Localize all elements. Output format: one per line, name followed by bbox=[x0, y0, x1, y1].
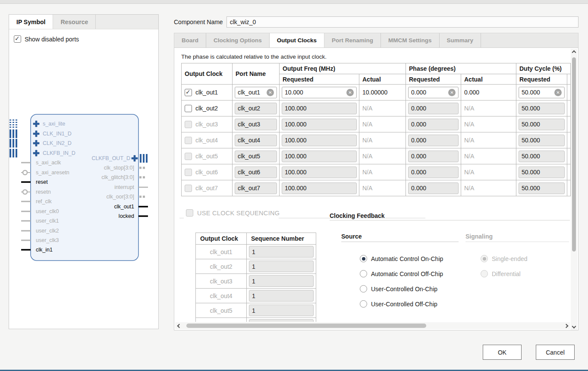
col-header-duty-cycle: Duty Cycle (%) bbox=[516, 63, 571, 74]
tab-output-clocks[interactable]: Output Clocks bbox=[270, 33, 324, 47]
clock-label: clk_out7 bbox=[195, 185, 218, 192]
phase-actual-value: N/A bbox=[461, 137, 516, 144]
port-label-s_axi_aresetn: s_axi_aresetn bbox=[36, 170, 69, 176]
port-label-CLKFB_IN_D: CLKFB_IN_D bbox=[43, 150, 75, 156]
enable-checkbox-clk_out1[interactable] bbox=[185, 89, 192, 96]
config-tab-strip: BoardClocking OptionsOutput ClocksPort R… bbox=[174, 33, 579, 47]
seq-col-header-output-clock: Output Clock bbox=[196, 233, 247, 245]
port-label-clk_in1: clk_in1 bbox=[36, 247, 53, 253]
scroll-up-button[interactable] bbox=[571, 49, 577, 55]
port-name-field-clk_out5: clk_out5 bbox=[235, 151, 277, 162]
radio-option-user-controlled-off-chip[interactable]: User-Controlled Off-Chip bbox=[360, 300, 437, 308]
component-name-input[interactable]: clk_wiz_0 bbox=[226, 16, 579, 28]
port-label-locked: locked bbox=[119, 213, 134, 219]
phase-actual-value: N/A bbox=[461, 185, 516, 192]
scroll-down-button[interactable] bbox=[571, 324, 577, 330]
phase-requested-field-clk_out2: 0.000 bbox=[408, 103, 459, 114]
sequence-number-field bbox=[249, 319, 314, 322]
freq-requested-field-clk_out4-value: 100.000 bbox=[285, 137, 307, 144]
table-row: clk_out5clk_out5100.000N/A0.000N/A50.000 bbox=[182, 148, 571, 164]
sequence-number-value: 1 bbox=[252, 278, 255, 285]
show-disabled-ports-checkbox[interactable] bbox=[14, 35, 21, 43]
ok-button[interactable]: OK bbox=[483, 345, 522, 360]
port-label-user_clk3: user_clk3 bbox=[36, 237, 59, 243]
port-label-user_clk1: user_clk1 bbox=[36, 218, 59, 224]
sequence-row: clk_out11 bbox=[196, 245, 316, 259]
duty-requested-field-clk_out5-value: 50.000 bbox=[522, 153, 540, 160]
phase-actual-value: N/A bbox=[461, 153, 516, 160]
freq-requested-field-clk_out6: 100.000 bbox=[282, 167, 357, 178]
clock-label: clk_out5 bbox=[195, 153, 218, 160]
radio-option-automatic-control-off-chip[interactable]: Automatic Control Off-Chip bbox=[360, 270, 443, 277]
tab-port-renaming[interactable]: Port Renaming bbox=[324, 33, 381, 47]
radio-button[interactable] bbox=[360, 270, 367, 277]
port-label-s_axi_aclk: s_axi_aclk bbox=[36, 160, 61, 166]
port-name-field-clk_out5-value: clk_out5 bbox=[238, 153, 260, 160]
duty-requested-field-clk_out3: 50.000 bbox=[519, 119, 565, 130]
enable-cell: clk_out7 bbox=[182, 185, 232, 192]
ip-symbol-diagram: s_axi_liteCLK_IN1_DCLK_IN2_DCLKFB_IN_Ds_… bbox=[9, 112, 159, 280]
use-clock-sequencing-label: USE CLOCK SEQUENCING bbox=[197, 210, 280, 217]
inverted-pin-icon bbox=[23, 190, 27, 194]
port-label-interrupt: interrupt bbox=[114, 184, 134, 190]
duty-requested-field-clk_out1[interactable]: 50.000✕ bbox=[519, 87, 565, 98]
clear-icon[interactable]: ✕ bbox=[346, 89, 354, 96]
clear-icon[interactable]: ✕ bbox=[448, 89, 456, 96]
horizontal-scrollbar-thumb[interactable] bbox=[186, 324, 426, 328]
phase-requested-field-clk_out7-value: 0.000 bbox=[411, 185, 426, 192]
ip-symbol-panel: IP Symbol Resource Show disabled ports s… bbox=[9, 14, 159, 329]
seq-clock-label: clk_out1 bbox=[196, 248, 246, 255]
tab-ip-symbol[interactable]: IP Symbol bbox=[9, 15, 53, 29]
phase-requested-field-clk_out4-value: 0.000 bbox=[411, 137, 426, 144]
enable-checkbox-clk_out7 bbox=[185, 185, 192, 192]
use-clock-sequencing-checkbox bbox=[186, 209, 193, 217]
enable-cell: clk_out2 bbox=[182, 105, 232, 112]
phase-requested-field-clk_out6: 0.000 bbox=[408, 167, 459, 178]
enable-cell: clk_out4 bbox=[182, 137, 232, 144]
table-row: clk_out6clk_out6100.000N/A0.000N/A50.000 bbox=[182, 164, 571, 180]
radio-button[interactable] bbox=[360, 285, 367, 292]
freq-requested-field-clk_out3-value: 100.000 bbox=[285, 121, 307, 128]
col-header-freq-actual: Actual bbox=[359, 74, 406, 85]
sequence-number-field: 1 bbox=[249, 246, 314, 258]
tab-mmcm-settings[interactable]: MMCM Settings bbox=[381, 33, 440, 47]
port-name-field-clk_out4: clk_out4 bbox=[235, 135, 277, 146]
tab-summary[interactable]: Summary bbox=[440, 33, 481, 47]
col-header-freq-requested: Requested bbox=[280, 74, 359, 85]
phase-requested-field-clk_out6-value: 0.000 bbox=[411, 169, 426, 176]
tab-board[interactable]: Board bbox=[174, 33, 206, 47]
freq-actual-value: N/A bbox=[359, 185, 406, 192]
radio-button[interactable] bbox=[360, 255, 367, 262]
phase-requested-field-clk_out1[interactable]: 0.000✕ bbox=[408, 87, 459, 98]
freq-requested-field-clk_out2: 100.000 bbox=[282, 103, 357, 114]
seq-clock-label: clk_out3 bbox=[196, 278, 246, 285]
scroll-left-button[interactable] bbox=[175, 322, 182, 329]
cancel-button[interactable]: Cancel bbox=[536, 345, 575, 360]
freq-requested-field-clk_out1[interactable]: 10.000✕ bbox=[282, 87, 357, 98]
tab-resource[interactable]: Resource bbox=[53, 15, 96, 29]
freq-requested-field-clk_out7-value: 100.000 bbox=[285, 185, 307, 192]
radio-option-user-controlled-on-chip[interactable]: User-Controlled On-Chip bbox=[360, 285, 437, 292]
radio-button[interactable] bbox=[360, 300, 367, 308]
port-name-field-clk_out1[interactable]: clk_out1✕ bbox=[235, 87, 277, 98]
signaling-group-label: Signaling bbox=[465, 233, 493, 240]
phase-requested-field-clk_out5-value: 0.000 bbox=[411, 153, 426, 160]
clear-icon[interactable]: ✕ bbox=[554, 89, 562, 96]
sequence-number-field: 1 bbox=[249, 261, 314, 272]
duty-requested-field-clk_out3-value: 50.000 bbox=[522, 121, 540, 128]
port-name-field-clk_out3-value: clk_out3 bbox=[238, 121, 260, 128]
radio-option-automatic-control-on-chip[interactable]: Automatic Control On-Chip bbox=[360, 255, 443, 262]
radio-label: Automatic Control Off-Chip bbox=[371, 270, 443, 277]
horizontal-scrollbar[interactable] bbox=[175, 322, 570, 329]
enable-checkbox-clk_out2[interactable] bbox=[185, 105, 192, 112]
freq-actual-value: 10.00000 bbox=[359, 89, 406, 96]
freq-requested-field-clk_out5-value: 100.000 bbox=[285, 153, 307, 160]
scroll-right-button[interactable] bbox=[563, 322, 570, 329]
vertical-scrollbar-thumb[interactable] bbox=[572, 57, 576, 252]
clear-icon[interactable]: ✕ bbox=[267, 89, 274, 96]
enable-cell: clk_out5 bbox=[182, 153, 232, 160]
enable-checkbox-clk_out3 bbox=[185, 121, 192, 128]
port-name-field-clk_out2: clk_out2 bbox=[235, 103, 277, 114]
tab-clocking-options[interactable]: Clocking Options bbox=[206, 33, 270, 47]
vertical-scrollbar[interactable] bbox=[571, 49, 577, 330]
